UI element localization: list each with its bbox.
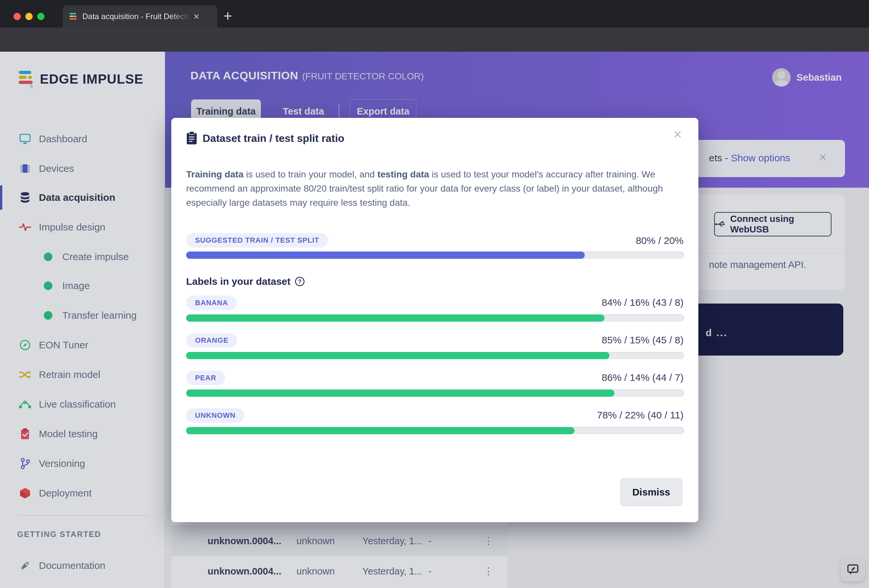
label-fill-unknown (186, 427, 574, 434)
modal-description: Training data is used to train your mode… (186, 167, 684, 210)
bold-testing-data: testing data (377, 169, 429, 179)
label-value-banana: 84% / 16% (43 / 8) (602, 297, 684, 308)
suggested-split-badge: SUGGESTED TRAIN / TEST SPLIT (186, 233, 328, 247)
label-badge-orange: ORANGE (186, 333, 237, 348)
bold-training-data: Training data (186, 169, 243, 179)
label-badge-pear: PEAR (186, 371, 225, 385)
label-fill-banana (186, 314, 605, 321)
new-tab-button[interactable]: + (223, 7, 232, 24)
window-zoom-button[interactable] (37, 13, 44, 20)
help-icon[interactable]: ? (295, 276, 305, 287)
label-value-orange: 85% / 15% (45 / 8) (602, 335, 684, 346)
label-badge-unknown: UNKNOWN (186, 408, 245, 423)
window-close-button[interactable] (13, 13, 21, 20)
labels-heading-text: Labels in your dataset (186, 276, 291, 287)
label-bar-banana (186, 314, 684, 321)
clipboard-icon (186, 131, 198, 145)
window-minimize-button[interactable] (25, 13, 33, 20)
label-bar-pear (186, 390, 684, 397)
label-badge-banana: BANANA (186, 296, 237, 310)
labels-heading: Labels in your dataset ? (186, 276, 305, 287)
suggested-split-bar (186, 252, 684, 259)
label-value-pear: 86% / 14% (44 / 7) (602, 372, 684, 383)
label-value-unknown: 78% / 22% (40 / 11) (597, 410, 684, 421)
train-test-split-modal: Dataset train / test split ratio × Train… (171, 118, 698, 522)
dismiss-button[interactable]: Dismiss (620, 478, 682, 507)
description-segment: is used to train your model, and (243, 169, 377, 179)
label-bar-unknown (186, 427, 684, 434)
browser-toolbar: ← → ↻ ⌂ https://studio.edgeimpulse.com/s… (0, 28, 869, 52)
edge-impulse-favicon (68, 12, 78, 21)
label-fill-pear (186, 390, 614, 397)
browser-tab-strip: Data acquisition - Fruit Detecto × + (0, 0, 869, 28)
suggested-split-value: 80% / 20% (636, 235, 684, 246)
modal-title: Dataset train / test split ratio (203, 132, 344, 145)
screen: Data acquisition - Fruit Detecto × + ← →… (0, 0, 869, 588)
tab-close-icon[interactable]: × (193, 12, 199, 21)
modal-close-icon[interactable]: × (673, 127, 682, 142)
browser-tab[interactable]: Data acquisition - Fruit Detecto × (62, 5, 217, 28)
label-bar-orange (186, 352, 684, 359)
suggested-split-fill (186, 252, 585, 259)
svg-text:?: ? (298, 278, 301, 285)
label-fill-orange (186, 352, 609, 359)
tab-title: Data acquisition - Fruit Detecto (82, 12, 191, 21)
